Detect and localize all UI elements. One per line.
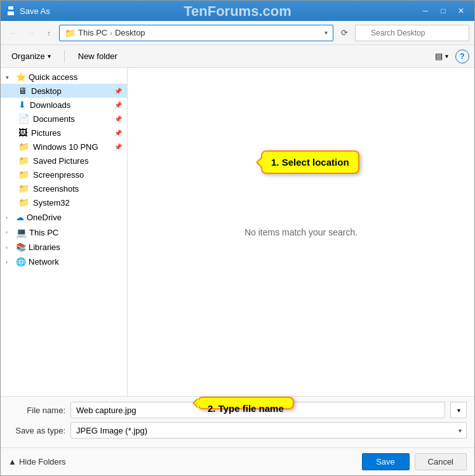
- refresh-button[interactable]: ⟳: [336, 25, 352, 41]
- search-wrapper: 🔍: [355, 25, 469, 41]
- sidebar-item-windows10png[interactable]: 📁 Windows 10 PNG 📌: [1, 140, 127, 154]
- filename-dropdown-button[interactable]: ▾: [450, 402, 467, 418]
- close-button[interactable]: ✕: [453, 4, 469, 17]
- downloads-pin-icon: 📌: [114, 102, 122, 109]
- network-chevron: ›: [6, 259, 13, 265]
- title-controls: ─ □ ✕: [417, 4, 469, 17]
- sidebar-item-desktop[interactable]: 🖥 Desktop 📌: [1, 84, 127, 98]
- forward-button[interactable]: →: [23, 25, 39, 41]
- documents-icon: 📄: [18, 114, 29, 124]
- filetype-row: Save as type: JPEG Image (*.jpg) PNG Ima…: [8, 422, 467, 439]
- svg-rect-2: [8, 11, 14, 15]
- sidebar-item-system32[interactable]: 📁 System32: [1, 195, 127, 209]
- savedpictures-label: Saved Pictures: [33, 156, 88, 166]
- save-button[interactable]: Save: [362, 453, 410, 470]
- system32-label: System32: [33, 198, 70, 208]
- hide-folders-chevron: ▲: [8, 457, 17, 466]
- address-dropdown-chevron: ▾: [324, 29, 328, 36]
- pictures-pin-icon: 📌: [114, 129, 122, 136]
- address-folder-icon: 📁: [65, 28, 76, 38]
- downloads-icon: ⬇: [18, 100, 26, 110]
- sidebar-header-network[interactable]: › 🌐 Network: [1, 255, 127, 268]
- hide-folders-label: Hide Folders: [19, 457, 66, 466]
- libraries-icon: 📚: [16, 242, 26, 252]
- help-button[interactable]: ?: [455, 50, 469, 63]
- sidebar-header-libraries[interactable]: › 📚 Libraries: [1, 241, 127, 254]
- footer: ▲ Hide Folders 3. Click on Save Cancel: [1, 447, 474, 475]
- desktop-icon: 🖥: [18, 86, 27, 96]
- thispc-icon: 💻: [16, 227, 27, 237]
- file-content-area: No items match your search.: [128, 68, 474, 396]
- sidebar-header-onedrive[interactable]: › ☁ OneDrive: [1, 211, 127, 224]
- address-part-desktop: Desktop: [115, 28, 145, 37]
- callout-1-text: 1. Select location: [271, 157, 349, 168]
- desktop-label: Desktop: [31, 86, 62, 96]
- onedrive-chevron: ›: [6, 215, 13, 221]
- screenshots-label: Screenshots: [33, 184, 79, 194]
- network-icon: 🌐: [16, 257, 26, 267]
- quickaccess-icon: ⭐: [16, 72, 26, 82]
- sidebar-header-thispc[interactable]: › 💻 This PC: [1, 225, 127, 239]
- sidebar-item-downloads[interactable]: ⬇ Downloads 📌: [1, 98, 127, 112]
- thispc-label: This PC: [29, 228, 58, 237]
- file-area: No items match your search. 1. Select lo…: [128, 68, 474, 396]
- quickaccess-label: Quick access: [29, 72, 77, 82]
- sidebar-item-screenshots[interactable]: 📁 Screenshots: [1, 182, 127, 195]
- toolbar: Organize ▾ New folder ▤ ▾ ?: [1, 45, 474, 68]
- filetype-select[interactable]: JPEG Image (*.jpg) PNG Image (*.png) BMP…: [70, 422, 467, 439]
- screenpresso-icon: 📁: [18, 169, 29, 180]
- sidebar-section-onedrive: › ☁ OneDrive: [1, 211, 127, 224]
- sidebar-item-documents[interactable]: 📄 Documents 📌: [1, 112, 127, 126]
- cancel-button[interactable]: Cancel: [415, 453, 467, 470]
- title-bar: Save As TenForums.com ─ □ ✕: [1, 1, 474, 21]
- sidebar-item-screenpresso[interactable]: 📁 Screenpresso: [1, 168, 127, 182]
- up-button[interactable]: ↑: [41, 25, 57, 41]
- onedrive-label: OneDrive: [27, 213, 62, 222]
- watermark: TenForums.com: [184, 3, 291, 20]
- onedrive-icon: ☁: [16, 213, 24, 222]
- address-separator: ›: [110, 29, 112, 37]
- hide-folders-button[interactable]: ▲ Hide Folders: [8, 457, 66, 466]
- sidebar-item-pictures[interactable]: 🖼 Pictures 📌: [1, 126, 127, 140]
- sidebar-section-libraries: › 📚 Libraries: [1, 241, 127, 254]
- address-path[interactable]: 📁 This PC › Desktop ▾: [59, 25, 333, 41]
- screenpresso-label: Screenpresso: [33, 170, 84, 180]
- sidebar-section-thispc: › 💻 This PC: [1, 225, 127, 239]
- win10png-pin-icon: 📌: [114, 143, 122, 150]
- screenshots-icon: 📁: [18, 183, 29, 194]
- main-content: ▾ ⭐ Quick access 🖥 Desktop 📌 ⬇ Downloads…: [1, 68, 474, 396]
- organize-chevron: ▾: [48, 53, 51, 60]
- address-part-thispc: This PC: [78, 28, 107, 37]
- address-bar: ← → ↑ 📁 This PC › Desktop ▾ ⟳ 🔍: [1, 21, 474, 45]
- sidebar-section-network: › 🌐 Network: [1, 255, 127, 268]
- system32-icon: 📁: [18, 197, 29, 208]
- view-controls: ▤ ▾ ?: [429, 48, 469, 64]
- callout-select-location: 1. Select location: [261, 150, 359, 174]
- sidebar-item-savedpictures[interactable]: 📁 Saved Pictures: [1, 154, 127, 168]
- view-button[interactable]: ▤ ▾: [429, 48, 454, 64]
- new-folder-button[interactable]: New folder: [72, 48, 123, 64]
- filetype-wrapper: JPEG Image (*.jpg) PNG Image (*.png) BMP…: [70, 422, 467, 439]
- filename-row: File name: 2. Type file name ▾: [8, 402, 467, 418]
- search-input[interactable]: [355, 25, 469, 41]
- new-folder-label: New folder: [78, 51, 117, 61]
- desktop-pin-icon: 📌: [114, 88, 122, 95]
- sidebar: ▾ ⭐ Quick access 🖥 Desktop 📌 ⬇ Downloads…: [1, 68, 128, 396]
- pictures-label: Pictures: [31, 128, 61, 138]
- callout-type-filename: 2. Type file name: [197, 397, 294, 409]
- maximize-button[interactable]: □: [435, 4, 452, 17]
- win10png-icon: 📁: [18, 142, 29, 152]
- back-button[interactable]: ←: [6, 25, 21, 41]
- save-as-dialog: Save As TenForums.com ─ □ ✕ ← → ↑ 📁 This…: [0, 0, 475, 476]
- sidebar-header-quickaccess[interactable]: ▾ ⭐ Quick access: [1, 70, 127, 84]
- minimize-button[interactable]: ─: [417, 4, 434, 17]
- libraries-chevron: ›: [6, 244, 13, 251]
- filetype-label: Save as type:: [8, 426, 65, 435]
- organize-button[interactable]: Organize ▾: [6, 48, 57, 64]
- view-icon: ▤: [435, 51, 443, 61]
- title-text: Save As: [20, 6, 50, 16]
- sidebar-section-quickaccess: ▾ ⭐ Quick access 🖥 Desktop 📌 ⬇ Downloads…: [1, 70, 127, 209]
- libraries-label: Libraries: [29, 242, 60, 252]
- empty-message: No items match your search.: [244, 227, 358, 237]
- save-icon: [6, 6, 16, 16]
